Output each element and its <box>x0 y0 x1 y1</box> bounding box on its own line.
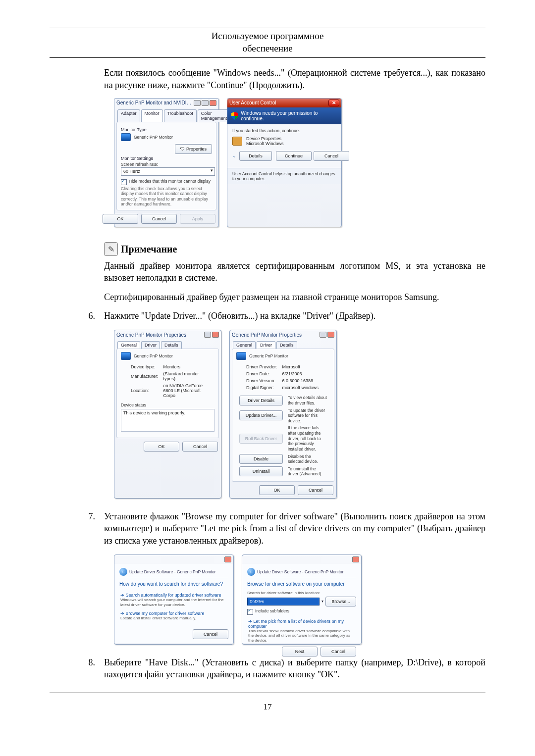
cancel-button[interactable]: Cancel <box>141 214 177 224</box>
step-6: 6. Нажмите "Update Driver..." (Обновить.… <box>84 310 485 322</box>
tab-color-management[interactable]: Color Management <box>198 109 231 122</box>
hide-modes-checkbox[interactable] <box>121 179 127 185</box>
back-icon[interactable]: ← <box>119 568 127 576</box>
monitor-type-label: Monitor Type <box>121 127 212 132</box>
tab-details[interactable]: Details <box>161 341 182 349</box>
window-controls[interactable] <box>224 556 231 562</box>
details-button[interactable]: Details <box>239 151 272 161</box>
wizard-heading: Browse for driver software on your compu… <box>247 581 356 587</box>
uac-line1: If you started this action, continue. <box>232 128 336 133</box>
uac-footer: User Account Control helps stop unauthor… <box>227 168 341 184</box>
option-search-auto[interactable]: ➔ Search automatically for updated drive… <box>120 593 227 607</box>
display-properties-window: Generic PnP Monitor and NVIDIA GeForce 6… <box>114 98 219 227</box>
device-properties-icon <box>232 137 242 146</box>
path-field[interactable]: D:\Drive <box>247 598 320 605</box>
ok-button[interactable]: OK <box>259 485 295 495</box>
tab-general[interactable]: General <box>117 341 140 349</box>
cancel-button[interactable]: Cancel <box>298 485 333 495</box>
search-location-label: Search for driver software in this locat… <box>247 591 356 596</box>
option-let-me-pick[interactable]: ➔ Let me pick from a list of device driv… <box>248 619 355 643</box>
window-controls[interactable] <box>352 556 359 562</box>
monitor-icon <box>121 352 131 360</box>
driver-details-button[interactable]: Driver Details <box>239 396 283 405</box>
note-paragraph-2: Сертифицированный драйвер будет размещен… <box>104 291 485 303</box>
option-browse[interactable]: ➔ Browse my computer for driver software… <box>120 611 227 621</box>
hide-modes-note: Clearing this check box allows you to se… <box>121 186 212 207</box>
step-7: 7. Установите флажок "Browse my computer… <box>84 510 485 547</box>
chevron-down-icon[interactable]: ⌄ <box>232 153 236 158</box>
tab-driver[interactable]: Driver <box>257 341 275 349</box>
note-label: Примечание <box>121 244 177 255</box>
cancel-button[interactable]: Cancel <box>321 647 356 656</box>
tab-troubleshoot[interactable]: Troubleshoot <box>164 109 197 122</box>
monitor-properties-driver: Generic PnP Monitor Properties General D… <box>229 330 337 499</box>
page-title: Используемое программное обеспечение <box>50 30 485 54</box>
next-button[interactable]: Next <box>282 647 318 656</box>
device-status-label: Device status <box>121 403 214 408</box>
intro-paragraph: Если появилось сообщение "Windows needs.… <box>104 67 485 91</box>
page-number: 17 <box>50 702 485 712</box>
ok-button[interactable]: OK <box>144 442 179 452</box>
monitor-properties-general: Generic PnP Monitor Properties General D… <box>114 330 221 499</box>
breadcrumb: Update Driver Software - Generic PnP Mon… <box>257 569 344 574</box>
note-paragraph-1: Данный драйвер монитора является сертифи… <box>104 260 485 284</box>
continue-button[interactable]: Continue <box>276 151 312 161</box>
tab-monitor[interactable]: Monitor <box>141 109 163 122</box>
monitor-icon <box>236 352 246 360</box>
step-8: 8. Выберите "Have Disk..." (Установить с… <box>84 656 485 681</box>
cancel-button[interactable]: Cancel <box>314 151 349 161</box>
uninstall-button[interactable]: Uninstall <box>239 466 283 476</box>
uac-prop-vendor: Microsoft Windows <box>246 141 284 146</box>
update-driver-wizard-1: ←Update Driver Software - Generic PnP Mo… <box>114 554 234 645</box>
refresh-rate-label: Screen refresh rate: <box>121 162 212 167</box>
titlebar: Generic PnP Monitor and NVIDIA GeForce 6… <box>114 99 218 107</box>
uac-banner: Windows needs your permission to contion… <box>227 107 341 124</box>
content: Если появилось сообщение "Windows needs.… <box>50 58 485 680</box>
ok-button[interactable]: OK <box>103 214 138 224</box>
update-driver-button[interactable]: Update Driver... <box>239 410 283 420</box>
window-controls[interactable] <box>204 332 219 338</box>
monitor-name: Generic PnP Monitor <box>134 135 173 140</box>
device-status-box: This device is working properly. <box>121 409 214 432</box>
include-subfolders-row[interactable]: Include subfolders <box>247 608 356 615</box>
include-subfolders-checkbox[interactable] <box>247 609 253 615</box>
shield-icon <box>231 112 238 120</box>
uac-titlebar: User Account Control ✕ <box>227 99 341 107</box>
breadcrumb: Update Driver Software - Generic PnP Mon… <box>129 569 216 574</box>
tab-general[interactable]: General <box>233 341 256 349</box>
window-controls[interactable] <box>320 332 334 338</box>
tab-details[interactable]: Details <box>276 341 297 349</box>
cancel-button[interactable]: Cancel <box>182 442 218 452</box>
rollback-driver-button: Roll Back Driver <box>239 434 283 444</box>
browse-button[interactable]: Browse... <box>325 597 356 606</box>
cancel-button[interactable]: Cancel <box>193 629 228 639</box>
uac-window: User Account Control ✕ Windows needs you… <box>227 98 342 227</box>
window-controls[interactable] <box>194 100 216 106</box>
hide-modes-checkbox-row[interactable]: Hide modes that this monitor cannot disp… <box>121 179 212 185</box>
monitor-icon <box>121 133 131 141</box>
close-icon[interactable]: ✕ <box>328 100 339 106</box>
update-driver-wizard-2: ←Update Driver Software - Generic PnP Mo… <box>242 554 362 645</box>
apply-button: Apply <box>180 214 215 224</box>
back-icon[interactable]: ← <box>247 568 255 576</box>
refresh-rate-select[interactable]: 60 Hertz <box>121 167 215 176</box>
disable-button[interactable]: Disable <box>239 454 283 464</box>
note-icon: ✎ <box>104 242 118 256</box>
properties-button[interactable]: 🛡 Properties <box>175 144 212 154</box>
uac-prop-title: Device Properties <box>246 136 284 141</box>
monitor-settings-label: Monitor Settings <box>121 156 212 161</box>
tab-driver[interactable]: Driver <box>141 341 160 349</box>
tab-adapter[interactable]: Adapter <box>117 109 140 122</box>
wizard-heading: How do you want to search for driver sof… <box>119 581 228 587</box>
